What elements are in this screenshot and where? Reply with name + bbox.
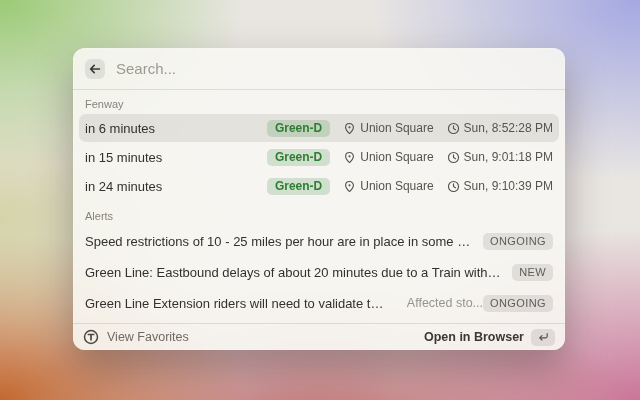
- clock-icon: [447, 122, 460, 135]
- mbta-t-logo-icon: [83, 329, 99, 345]
- departure-row[interactable]: in 6 minutes Green-D Union Square Sun, 8…: [79, 114, 559, 142]
- view-favorites-label: View Favorites: [107, 330, 189, 344]
- section-header-alerts: Alerts: [79, 206, 559, 226]
- alert-text: Green Line: Eastbound delays of about 20…: [85, 265, 512, 280]
- search-input[interactable]: [116, 60, 553, 77]
- arrival-time: Sun, 9:01:18 PM: [447, 150, 553, 164]
- arrow-left-icon: [89, 63, 101, 75]
- departure-row[interactable]: in 15 minutes Green-D Union Square Sun, …: [79, 143, 559, 171]
- departure-row[interactable]: in 24 minutes Green-D Union Square Sun, …: [79, 172, 559, 200]
- open-in-browser-action[interactable]: Open in Browser: [424, 329, 555, 346]
- arrival-time: Sun, 8:52:28 PM: [447, 121, 553, 135]
- arrival-time-label: Sun, 8:52:28 PM: [464, 121, 553, 135]
- search-bar: [73, 48, 565, 90]
- destination: Union Square: [343, 179, 433, 193]
- arrival-time-label: Sun, 9:10:39 PM: [464, 179, 553, 193]
- clock-icon: [447, 151, 460, 164]
- line-badge: Green-D: [267, 149, 330, 166]
- clock-icon: [447, 180, 460, 193]
- alert-text: Green Line Extension riders will need to…: [85, 296, 395, 311]
- location-pin-icon: [343, 180, 356, 193]
- destination-label: Union Square: [360, 150, 433, 164]
- arrival-time-label: Sun, 9:01:18 PM: [464, 150, 553, 164]
- departure-title: in 6 minutes: [85, 121, 155, 136]
- view-favorites-action[interactable]: View Favorites: [83, 329, 189, 345]
- alert-row[interactable]: Green Line Extension riders will need to…: [79, 288, 559, 318]
- destination-label: Union Square: [360, 121, 433, 135]
- enter-key-icon: [531, 329, 555, 346]
- section-header-fenway: Fenway: [79, 94, 559, 114]
- action-bar: View Favorites Open in Browser: [73, 323, 565, 350]
- destination-label: Union Square: [360, 179, 433, 193]
- alert-status-badge: NEW: [512, 264, 553, 281]
- line-badge: Green-D: [267, 178, 330, 195]
- location-pin-icon: [343, 151, 356, 164]
- departure-title: in 24 minutes: [85, 179, 162, 194]
- destination: Union Square: [343, 150, 433, 164]
- alert-row[interactable]: Speed restrictions of 10 - 25 miles per …: [79, 226, 559, 256]
- open-in-browser-label: Open in Browser: [424, 330, 524, 344]
- alert-subtitle: Affected sto...: [407, 296, 483, 310]
- arrival-time: Sun, 9:10:39 PM: [447, 179, 553, 193]
- departure-title: in 15 minutes: [85, 150, 162, 165]
- alert-text: Speed restrictions of 10 - 25 miles per …: [85, 234, 483, 249]
- location-pin-icon: [343, 122, 356, 135]
- line-badge: Green-D: [267, 120, 330, 137]
- destination: Union Square: [343, 121, 433, 135]
- results-list: Fenway in 6 minutes Green-D Union Square: [73, 90, 565, 323]
- alert-status-badge: ONGOING: [483, 295, 553, 312]
- launcher-window: Fenway in 6 minutes Green-D Union Square: [73, 48, 565, 350]
- alert-status-badge: ONGOING: [483, 233, 553, 250]
- alert-row[interactable]: Green Line: Eastbound delays of about 20…: [79, 257, 559, 287]
- back-button[interactable]: [85, 59, 105, 79]
